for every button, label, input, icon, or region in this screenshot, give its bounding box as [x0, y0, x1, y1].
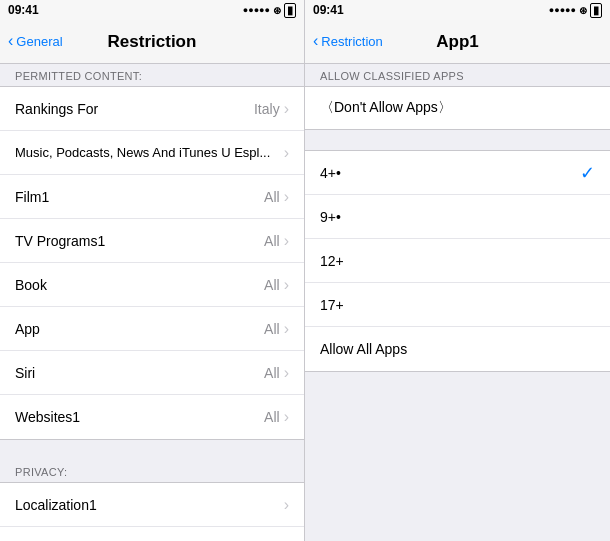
book-value-group: All › [264, 276, 289, 294]
left-wifi-icon: ⊛ [273, 5, 281, 16]
film-row[interactable]: Film1 All › [0, 175, 304, 219]
film-chevron-icon: › [284, 188, 289, 206]
option-17plus-label: 17+ [320, 297, 344, 313]
right-nav-title: App1 [436, 32, 479, 52]
left-back-button[interactable]: ‹ General [8, 33, 63, 50]
option-4plus-label: 4+• [320, 165, 341, 181]
option-17plus-row[interactable]: 17+ [305, 283, 610, 327]
music-row[interactable]: Music, Podcasts, News And iTunes U Espl.… [0, 131, 304, 175]
book-chevron-icon: › [284, 276, 289, 294]
websites-value-group: All › [264, 408, 289, 426]
dont-allow-row[interactable]: 〈Don't Allow Apps〉 [305, 86, 610, 130]
right-panel: 09:41 ●●●●● ⊛ ▮ ‹ Restriction App1 ALLOW… [305, 0, 610, 541]
rankings-chevron-icon: › [284, 100, 289, 118]
tv-label: TV Programs1 [15, 233, 105, 249]
tv-row[interactable]: TV Programs1 All › [0, 219, 304, 263]
siri-label: Siri [15, 365, 35, 381]
book-label: Book [15, 277, 47, 293]
app-rating-options-table: 4+• ✓ 9+• 12+ 17+ Allow All Apps [305, 150, 610, 372]
localization-row[interactable]: Localization1 › [0, 483, 304, 527]
option-4plus-checkmark-icon: ✓ [580, 162, 595, 184]
websites-chevron-icon: › [284, 408, 289, 426]
left-signal-icon: ●●●●● [243, 5, 270, 15]
siri-chevron-icon: › [284, 364, 289, 382]
left-nav-title: Restriction [108, 32, 197, 52]
option-9plus-label: 9+• [320, 209, 341, 225]
contact-row[interactable]: Contact › [0, 527, 304, 541]
right-status-bar: 09:41 ●●●●● ⊛ ▮ [305, 0, 610, 20]
rankings-row[interactable]: Rankings For Italy › [0, 87, 304, 131]
app-row[interactable]: App All › [0, 307, 304, 351]
option-9plus-row[interactable]: 9+• [305, 195, 610, 239]
film-label: Film1 [15, 189, 49, 205]
option-12plus-row[interactable]: 12+ [305, 239, 610, 283]
right-back-chevron-icon: ‹ [313, 32, 318, 50]
privacy-header: PRIVACY: [0, 460, 304, 482]
left-time: 09:41 [8, 3, 39, 17]
right-time: 09:41 [313, 3, 344, 17]
right-wifi-icon: ⊛ [579, 5, 587, 16]
right-battery-icon: ▮ [590, 3, 602, 18]
localization-chevron-icon: › [284, 496, 289, 514]
option-4plus-row[interactable]: 4+• ✓ [305, 151, 610, 195]
allow-all-apps-row[interactable]: Allow All Apps [305, 327, 610, 371]
siri-row[interactable]: Siri All › [0, 351, 304, 395]
permitted-content-table: Rankings For Italy › Music, Podcasts, Ne… [0, 86, 304, 440]
right-back-label: Restriction [321, 34, 382, 49]
left-back-label: General [16, 34, 62, 49]
right-status-icons: ●●●●● ⊛ ▮ [549, 3, 602, 18]
websites-value: All [264, 409, 280, 425]
left-battery-icon: ▮ [284, 3, 296, 18]
right-spacer [305, 130, 610, 150]
music-chevron-icon: › [284, 144, 289, 162]
siri-value: All [264, 365, 280, 381]
rankings-value: Italy [254, 101, 280, 117]
music-chevron-group: › [284, 144, 289, 162]
right-signal-icon: ●●●●● [549, 5, 576, 15]
websites-label: Websites1 [15, 409, 80, 425]
right-nav-bar: ‹ Restriction App1 [305, 20, 610, 64]
localization-label: Localization1 [15, 497, 97, 513]
privacy-table: Localization1 › Contact › Calendar › Rem… [0, 482, 304, 541]
siri-value-group: All › [264, 364, 289, 382]
book-row[interactable]: Book All › [0, 263, 304, 307]
app-label: App [15, 321, 40, 337]
film-value-group: All › [264, 188, 289, 206]
tv-value: All [264, 233, 280, 249]
left-back-chevron-icon: ‹ [8, 32, 13, 50]
tv-value-group: All › [264, 232, 289, 250]
spacer1 [0, 440, 304, 460]
left-status-bar: 09:41 ●●●●● ⊛ ▮ [0, 0, 304, 20]
tv-chevron-icon: › [284, 232, 289, 250]
permitted-content-header: PERMITTED CONTENT: [0, 64, 304, 86]
rankings-value-group: Italy › [254, 100, 289, 118]
left-scroll-content: PERMITTED CONTENT: Rankings For Italy › … [0, 64, 304, 541]
book-value: All [264, 277, 280, 293]
allow-classified-header: ALLOW CLASSIFIED APPS [305, 64, 610, 86]
websites-row[interactable]: Websites1 All › [0, 395, 304, 439]
rankings-label: Rankings For [15, 101, 98, 117]
music-label: Music, Podcasts, News And iTunes U Espl.… [15, 145, 284, 160]
option-12plus-label: 12+ [320, 253, 344, 269]
film-value: All [264, 189, 280, 205]
app-value-group: All › [264, 320, 289, 338]
dont-allow-label: 〈Don't Allow Apps〉 [320, 99, 452, 117]
left-nav-bar: ‹ General Restriction [0, 20, 304, 64]
left-panel: 09:41 ●●●●● ⊛ ▮ ‹ General Restriction PE… [0, 0, 305, 541]
right-back-button[interactable]: ‹ Restriction [313, 33, 383, 50]
left-status-icons: ●●●●● ⊛ ▮ [243, 3, 296, 18]
localization-chevron-group: › [284, 496, 289, 514]
app-value: All [264, 321, 280, 337]
allow-all-apps-label: Allow All Apps [320, 341, 407, 357]
app-chevron-icon: › [284, 320, 289, 338]
